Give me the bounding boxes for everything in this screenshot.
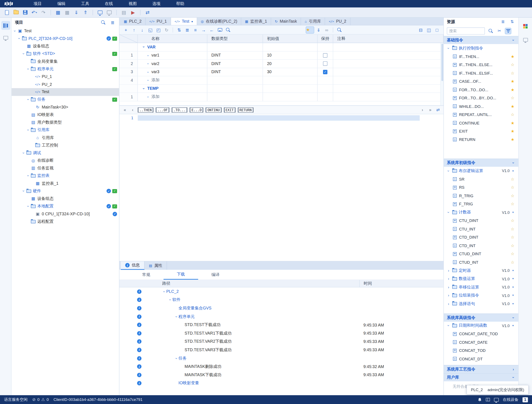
- instruction-ctud_dint[interactable]: CTUD_DINT☆: [444, 250, 519, 258]
- toggle-view-button[interactable]: ⇄: [435, 107, 441, 112]
- tree-expander-icon[interactable]: ›: [26, 174, 30, 178]
- instruction-group-timer[interactable]: ›定时器V1.0▾: [444, 266, 519, 275]
- tree-item-hardware[interactable]: ›硬件✓✓: [12, 187, 119, 195]
- instruction-group-counter[interactable]: ›计数器V1.0▾: [444, 208, 519, 216]
- group-expander-icon[interactable]: ›: [447, 269, 451, 272]
- instruction-group-exec-control[interactable]: ›执行控制指令: [444, 44, 519, 52]
- info-tab-info[interactable]: i信息: [121, 261, 145, 270]
- project-explorer-button[interactable]: [1, 21, 10, 30]
- favorite-star-icon[interactable]: ☆: [511, 71, 519, 76]
- tree-item-ref-lib[interactable]: ›引用库: [12, 126, 119, 134]
- row-number-cell[interactable]: 4: [119, 76, 138, 85]
- comment-cell[interactable]: [333, 93, 443, 101]
- retain-checkbox[interactable]: ✓: [323, 70, 327, 74]
- subtab-compile[interactable]: 编译: [198, 270, 233, 279]
- comment-cell[interactable]: [333, 76, 443, 85]
- tree-expander-icon[interactable]: ›: [26, 204, 30, 208]
- info-tab-properties[interactable]: ▤属性: [145, 261, 167, 270]
- comment-cell[interactable]: [333, 60, 443, 68]
- instruction-repeat-until[interactable]: REPEAT...UNTIL...☆: [444, 111, 519, 119]
- menu-tools[interactable]: 工具: [73, 0, 97, 7]
- tree-item-pu1[interactable]: ›</>PU_1: [12, 73, 119, 81]
- snippet-button-4[interactable]: ONTINU: [206, 107, 221, 112]
- instruction-if-then-elsif[interactable]: IF...THEN...ELSIF...☆: [444, 69, 519, 77]
- column-header-3[interactable]: 保持: [318, 34, 333, 43]
- tab-pu2[interactable]: </>PU_2: [325, 18, 350, 25]
- tree-item-program-units[interactable]: ›程序单元✓: [12, 65, 119, 73]
- resource-scissors-button[interactable]: ✂: [496, 28, 502, 34]
- init-value-cell[interactable]: 30: [263, 68, 318, 76]
- type-cell[interactable]: [207, 76, 263, 85]
- init-value-cell[interactable]: 10: [263, 51, 318, 60]
- tab-maintask[interactable]: ↻MainTask: [271, 18, 301, 25]
- favorite-star-icon[interactable]: ★: [511, 137, 519, 142]
- tree-item-device-config[interactable]: ›▦设备组态: [12, 42, 119, 50]
- column-header-0[interactable]: 名称: [138, 34, 207, 43]
- outdent-button[interactable]: ←: [208, 26, 215, 33]
- sort-rows-button[interactable]: ⇅: [175, 26, 183, 33]
- menu-edit[interactable]: 编辑: [50, 0, 73, 7]
- debug-mode-button[interactable]: ▶: [129, 8, 137, 16]
- tree-item-hw-device-config[interactable]: ›▦设备组态: [12, 195, 119, 203]
- favorite-star-icon[interactable]: ☆: [511, 243, 519, 248]
- name-cell[interactable]: ●添加: [138, 76, 207, 85]
- search-button[interactable]: [335, 26, 343, 33]
- menu-project[interactable]: 项目: [26, 0, 50, 7]
- instruction-group-numeric[interactable]: ›数值运算V1.0▾: [444, 275, 519, 283]
- favorite-star-icon[interactable]: ☆: [511, 252, 519, 256]
- version-dropdown-icon[interactable]: ▾: [512, 285, 518, 289]
- column-header-1[interactable]: 数据类型: [207, 34, 263, 43]
- favorite-star-icon[interactable]: ☆: [511, 185, 519, 190]
- snippet-button-6[interactable]: RETURN: [238, 107, 253, 112]
- type-cell[interactable]: [207, 93, 263, 101]
- tree-expander-icon[interactable]: ›: [22, 189, 26, 193]
- subtab-general[interactable]: 常规: [129, 270, 163, 279]
- row-expander-icon[interactable]: ›: [174, 315, 178, 319]
- instruction-ctu_int[interactable]: CTU_INT☆: [444, 225, 519, 233]
- st-code-editor[interactable]: 1: [119, 114, 443, 261]
- move-down-button[interactable]: ↓: [139, 26, 146, 33]
- group-expander-icon[interactable]: ›: [142, 45, 146, 49]
- snippet-button-5[interactable]: EXIT: [224, 107, 235, 112]
- tab-ref-lib[interactable]: ⌂引用库: [301, 18, 325, 25]
- tree-expander-icon[interactable]: ›: [22, 52, 26, 56]
- type-cell[interactable]: DINT: [207, 51, 263, 60]
- menu-options[interactable]: 选项: [145, 0, 168, 7]
- comment-cell[interactable]: [333, 51, 443, 60]
- upload-button[interactable]: ⇑: [82, 8, 90, 16]
- init-value-cell[interactable]: [263, 93, 318, 101]
- snippet-button-0[interactable]: ..THEN: [138, 107, 153, 112]
- row-number-cell[interactable]: 1: [119, 93, 138, 101]
- comment-button[interactable]: [216, 26, 224, 33]
- instruction-for-to-do[interactable]: FOR...TO...DO...★: [444, 86, 519, 94]
- init-value-cell[interactable]: [263, 76, 318, 85]
- open-project-button[interactable]: [12, 8, 20, 16]
- cross-reference-button[interactable]: ∞: [323, 26, 330, 33]
- favorite-star-icon[interactable]: ★: [511, 129, 519, 134]
- group-expander-icon[interactable]: ›: [447, 277, 451, 281]
- type-cell[interactable]: DINT: [207, 68, 263, 76]
- favorite-star-icon[interactable]: ★: [511, 79, 519, 84]
- tab-watch-table-1[interactable]: ▦监控表_1: [241, 18, 271, 25]
- instruction-for-to-by-do[interactable]: FOR...TO...BY...DO...☆: [444, 94, 519, 102]
- instruction-if-then-else[interactable]: IF...THEN...ELSE...☆: [444, 61, 519, 69]
- device-view-button[interactable]: ▤: [120, 8, 128, 16]
- goto-first-button[interactable]: «: [122, 107, 128, 112]
- download-button[interactable]: ⇓: [72, 8, 80, 16]
- row-expander-icon[interactable]: ›: [174, 356, 178, 360]
- favorite-star-icon[interactable]: ★: [511, 54, 519, 59]
- group-expander-icon[interactable]: ›: [447, 46, 450, 50]
- group-expander-icon[interactable]: ›: [447, 324, 450, 328]
- instruction-continue[interactable]: CONTINUE★: [444, 119, 519, 127]
- instruction-if-then[interactable]: IF...THEN...★: [444, 52, 519, 61]
- instruction-concat_date[interactable]: CONCAT_DATE: [444, 338, 519, 347]
- type-cell[interactable]: DINT: [207, 60, 263, 68]
- tree-item-cpu[interactable]: ›▣0 CPU_1[T324-XP-CD-10]✓: [12, 210, 119, 218]
- log-row-3[interactable]: i›程序单元: [119, 312, 443, 321]
- io-convert-button[interactable]: ⇄: [143, 8, 152, 16]
- collapse-groups-button[interactable]: ≡: [192, 26, 199, 33]
- tree-item-software[interactable]: ›软件 <STD>✓: [12, 50, 119, 58]
- tree-item-user-types[interactable]: ›▤用户数据类型: [12, 119, 119, 126]
- favorite-star-icon[interactable]: ☆: [511, 218, 519, 223]
- favorite-star-icon[interactable]: ☆: [511, 112, 519, 117]
